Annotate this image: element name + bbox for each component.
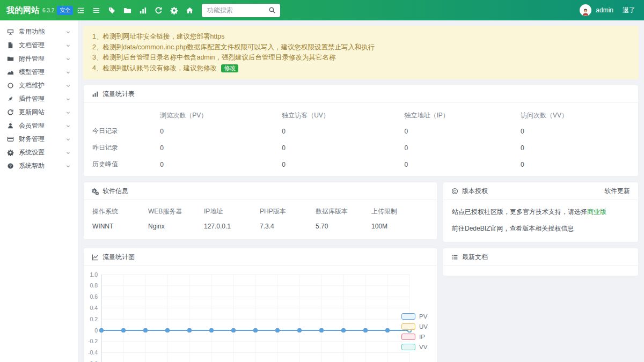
legend-item-vv[interactable]: VV xyxy=(401,344,428,350)
panel-title: 软件信息 xyxy=(103,187,128,196)
sidebar-item-3[interactable]: 模型管理 xyxy=(0,65,78,79)
sidebar-item-7[interactable]: 会员管理 xyxy=(0,119,78,132)
legend-item-ip[interactable]: IP xyxy=(401,334,428,340)
license-body: 站点已授权社区版，更多官方技术支持，请选择商业版 前往DedeBIZ官网，查看版… xyxy=(443,200,638,242)
folder-icon xyxy=(7,55,14,62)
legend-label: PV xyxy=(419,313,427,320)
home-icon[interactable] xyxy=(186,6,194,14)
folder-icon[interactable] xyxy=(123,6,131,14)
version-label: 6.3.2 xyxy=(42,8,54,13)
sidebar-item-9[interactable]: 系统设置 xyxy=(0,146,78,159)
chevron-down-icon xyxy=(65,56,71,62)
stats-value: 0 xyxy=(400,139,516,156)
legend-item-uv[interactable]: UV xyxy=(401,323,428,330)
traffic-chart-panel: 流量统计图 1.00.80.60.40.20-0.2-0.4-0.6-0.8-1… xyxy=(83,248,437,362)
panel-title: 最新文档 xyxy=(462,253,488,262)
sidebar-item-10[interactable]: ?系统帮助 xyxy=(0,159,78,173)
legend-swatch xyxy=(401,334,415,340)
warning-line-4: 4、检测到默认账号没有修改，建议您修改 修改 xyxy=(92,63,630,74)
stats-value: 0 xyxy=(277,139,400,156)
list-ul-icon xyxy=(451,254,458,261)
legend-swatch xyxy=(401,323,415,330)
info-label: WEB服务器 xyxy=(148,207,204,216)
sidebar-item-label: 文档维护 xyxy=(19,81,65,90)
svg-text:?: ? xyxy=(9,164,12,168)
stats-col-header: 独立地址（IP） xyxy=(400,103,516,123)
chevron-down-icon xyxy=(65,164,71,169)
main-content: 1、检测到网址非安全链接，建议您部署https2、检测到data/common.… xyxy=(78,20,644,362)
svg-text:-0.4: -0.4 xyxy=(88,349,98,356)
security-badge[interactable]: 安全 xyxy=(57,6,73,15)
indent-list-icon[interactable] xyxy=(77,6,85,14)
traffic-chart-header: 流量统计图 xyxy=(84,248,437,266)
warning-box: 1、检测到网址非安全链接，建议您部署https2、检测到data/common.… xyxy=(83,26,639,79)
menu-icon[interactable] xyxy=(92,6,100,14)
info-label: IP地址 xyxy=(204,207,260,216)
modify-badge[interactable]: 修改 xyxy=(221,64,238,72)
username[interactable]: admin xyxy=(596,6,613,14)
legend-label: VV xyxy=(419,344,427,350)
sidebar-item-label: 更新网站 xyxy=(19,108,65,117)
sidebar-item-5[interactable]: 插件管理 xyxy=(0,92,78,106)
sidebar-item-4[interactable]: 文档维护 xyxy=(0,79,78,92)
legend-label: UV xyxy=(419,323,428,330)
topbar-nav-icons xyxy=(77,6,194,14)
stats-value: 0 xyxy=(400,156,516,176)
avatar[interactable] xyxy=(580,4,591,16)
chevron-down-icon xyxy=(65,70,71,75)
software-update-link[interactable]: 软件更新 xyxy=(604,187,630,196)
info-label: 操作系统 xyxy=(92,207,148,216)
site-title: 我的网站 xyxy=(6,5,40,16)
info-value: Nginx xyxy=(148,223,204,230)
stats-col-header: 浏览次数（PV） xyxy=(156,103,277,123)
stats-value: 0 xyxy=(277,156,400,176)
sidebar-item-label: 插件管理 xyxy=(19,94,65,104)
chart-area-icon xyxy=(7,69,14,76)
commercial-edition-link[interactable]: 商业版 xyxy=(587,208,606,216)
sidebar-item-1[interactable]: 文档管理 xyxy=(0,39,78,52)
info-field: 数据库版本5.70 xyxy=(316,207,371,230)
gear-icon[interactable] xyxy=(170,6,178,14)
refresh-icon[interactable] xyxy=(155,6,163,14)
monitor-icon xyxy=(7,28,14,35)
bar-chart-icon[interactable] xyxy=(139,6,147,14)
traffic-table-header: 流量统计表 xyxy=(84,85,638,103)
sidebar-item-0[interactable]: 常用功能 xyxy=(0,25,78,39)
traffic-stats-table: 浏览次数（PV）独立访客（UV）独立地址（IP）访问次数（VV） 今日记录000… xyxy=(84,103,638,176)
info-value: 127.0.0.1 xyxy=(204,223,260,230)
chart-legend: PVUVIPVV xyxy=(401,313,428,350)
stats-row-label: 昨日记录 xyxy=(84,139,156,156)
stats-value: 0 xyxy=(277,123,400,139)
traffic-table-panel: 流量统计表 浏览次数（PV）独立访客（UV）独立地址（IP）访问次数（VV） 今… xyxy=(83,85,639,176)
legend-item-pv[interactable]: PV xyxy=(401,313,428,320)
chevron-down-icon xyxy=(65,83,71,88)
logout-link[interactable]: 退了 xyxy=(623,6,635,15)
gears-icon xyxy=(92,188,99,195)
topbar: 我的网站 6.3.2 安全 admin 退了 xyxy=(0,0,644,20)
sidebar-item-label: 系统设置 xyxy=(19,148,65,157)
copyright-icon xyxy=(451,188,458,195)
traffic-chart: 1.00.80.60.40.20-0.2-0.4-0.6-0.8-1.005-2… xyxy=(86,270,434,362)
table-row: 历史峰值0000 xyxy=(84,156,638,176)
latest-docs-panel: 最新文档 xyxy=(443,248,639,276)
stats-value: 0 xyxy=(516,123,638,139)
legend-swatch xyxy=(401,313,415,320)
info-field: WEB服务器Nginx xyxy=(148,207,204,230)
search-icon[interactable] xyxy=(268,6,276,14)
question-icon: ? xyxy=(7,162,14,169)
svg-text:0.6: 0.6 xyxy=(90,293,98,300)
license-header: 版本授权 软件更新 xyxy=(443,182,638,200)
sidebar-item-label: 文档管理 xyxy=(19,41,65,50)
search-box xyxy=(202,4,280,17)
stats-value: 0 xyxy=(400,123,516,139)
tag-icon[interactable] xyxy=(108,6,116,14)
sidebar-item-6[interactable]: 更新网站 xyxy=(0,106,78,119)
stats-value: 0 xyxy=(156,156,277,176)
software-info-header: 软件信息 xyxy=(84,182,437,200)
sidebar-item-2[interactable]: 附件管理 xyxy=(0,52,78,65)
info-field: PHP版本7.3.4 xyxy=(260,207,316,230)
info-label: PHP版本 xyxy=(260,207,316,216)
sidebar-item-8[interactable]: 财务管理 xyxy=(0,132,78,146)
table-row: 昨日记录0000 xyxy=(84,139,638,156)
stats-row-label: 历史峰值 xyxy=(84,156,156,176)
